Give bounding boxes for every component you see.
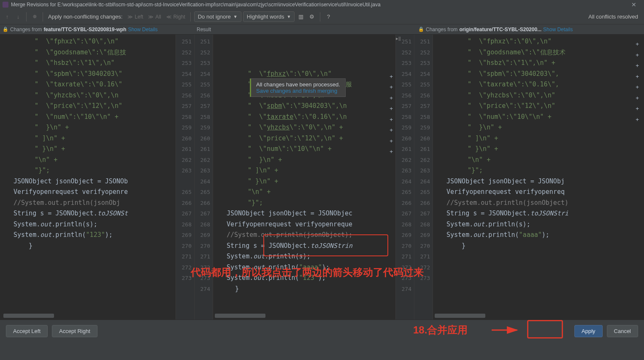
code-line: //System.out.println(jsonObj <box>0 198 176 209</box>
code-line: System.out.println(s); <box>433 219 644 230</box>
apply-all-button[interactable]: ≫ All <box>146 14 162 20</box>
code-line: System.out.println(s); <box>0 219 176 230</box>
code-line: " \"fphxz\":\"0\",\n" + <box>213 69 395 80</box>
annotation-arrow <box>492 326 525 334</box>
code-line: " \"hsbz\":\"1\",\n" ++ <box>433 58 644 69</box>
left-pane: " \"fphxz\":\"0\",\n"" \"goodsname\":\"信… <box>0 35 194 320</box>
save-finish-merge-link[interactable]: Save changes and finish merging <box>256 88 340 94</box>
code-line: " \"goodsname\":\"信息技 <box>0 47 176 58</box>
code-line: Verifyopenrequest verifyopenre <box>0 187 176 198</box>
merge-panes: " \"fphxz\":\"0\",\n"" \"goodsname\":\"信… <box>0 35 644 320</box>
left-column-header: 🔒 Changes from feature/TTC-SYBL-S2020081… <box>0 24 194 34</box>
code-line: " ]\n" + <box>213 165 395 176</box>
code-line: " ]\n" + <box>0 133 176 144</box>
code-line: " \"spbm\":\"3040203\",+ <box>433 69 644 80</box>
code-line: "}"; <box>0 165 176 176</box>
code-line: " \"price\":\"12\",\n"+ <box>433 101 644 112</box>
left-code-area[interactable]: " \"fphxz\":\"0\",\n"" \"goodsname\":\"信… <box>0 35 176 320</box>
code-line: " \"yhzcbs\":\"0\",\n" ++ <box>213 122 395 133</box>
code-line: JSONObject jsonObject = JSONOb <box>0 176 176 187</box>
right-code-area[interactable]: " \"fphxz\":\"0\",\n" +" \"goodsname\":\… <box>433 35 644 320</box>
ignore-mode-combo[interactable]: Do not ignore ▼ <box>194 11 241 22</box>
code-line: "}"; <box>433 165 644 176</box>
pause-marker-icon: ▸|| <box>396 36 401 41</box>
magic-resolve-icon[interactable]: ✵ <box>30 12 39 21</box>
code-line: " }\n" + <box>0 122 176 133</box>
code-line: " \"price\":\"12\",\n" <box>0 101 176 112</box>
close-icon[interactable]: ✕ <box>626 1 641 8</box>
code-line: " \"num\":\"10\"\n" ++ <box>213 144 395 155</box>
highlight-box <box>263 234 388 256</box>
lock-icon: 🔒 <box>3 27 8 32</box>
code-line: " \"taxrate\":\"0.16\",+ <box>433 79 644 90</box>
window-title: Merge Revisions for E:\workspace\link-tt… <box>11 2 626 8</box>
code-line: " \"num\":\"10\"\n" ++ <box>433 112 644 123</box>
code-line: " \"num\":\"10\"\n" + <box>0 112 176 123</box>
apply-highlight-box <box>527 320 563 339</box>
window-title-bar: Merge Revisions for E:\workspace\link-tt… <box>0 0 644 9</box>
code-line: JSONObject jsonObject = JSONObj <box>433 176 644 187</box>
code-line: } <box>213 284 395 295</box>
code-line: "\n" + <box>433 155 644 166</box>
annotation-text-2: 18.合并应用 <box>413 323 468 337</box>
code-line: " \"goodsname\":\"信息技术+ <box>433 47 644 58</box>
code-line: Verifyopenrequest verifyopenreque <box>213 219 395 230</box>
show-details-left-link[interactable]: Show Details <box>128 27 157 32</box>
cancel-button[interactable]: Cancel <box>607 325 638 337</box>
code-line: " }\n" + <box>433 144 644 155</box>
code-line: } <box>0 241 176 252</box>
code-line: " \"taxrate\":\"0.16\",\n+ <box>213 112 395 123</box>
code-line: " }\n" + <box>433 122 644 133</box>
right-pane: 251 252 253 254 255 256 257 258 259 260 … <box>414 35 644 320</box>
code-line: " \"taxrate\":\"0.16\" <box>0 79 176 90</box>
conflict-status: All conflicts resolved <box>588 13 641 20</box>
code-line: " \"price\":\"12\",\n" ++ <box>213 133 395 144</box>
code-line: " \"spbm\":\"3040203\",\n+ <box>213 101 395 112</box>
code-line: " \"fphxz\":\"0\",\n" + <box>433 36 644 47</box>
column-headers: 🔒 Changes from feature/TTC-SYBL-S2020081… <box>0 24 644 35</box>
chevron-down-icon: ▼ <box>287 14 291 19</box>
code-line: " }\n" + <box>213 176 395 187</box>
separator <box>43 12 43 21</box>
code-line: " \"yhzcbs\":\"0\",\n <box>0 90 176 101</box>
apply-button[interactable]: Apply <box>574 325 603 337</box>
next-diff-icon[interactable]: ↓ <box>14 12 23 21</box>
merge-processed-tooltip: All changes have been processed. Save ch… <box>250 78 346 97</box>
app-icon <box>3 2 8 8</box>
scroll-thumb[interactable] <box>215 314 265 318</box>
show-details-right-link[interactable]: Show Details <box>543 27 573 32</box>
code-line: System.out.println("123"); <box>0 230 176 241</box>
scroll-thumb[interactable] <box>435 314 485 318</box>
code-line: " ]\n" + <box>433 133 644 144</box>
apply-left-button[interactable]: ≫ Left <box>126 14 145 20</box>
code-line: "\n" + <box>0 155 176 166</box>
settings-icon[interactable]: ⚙ <box>307 12 317 21</box>
apply-right-button[interactable]: ≪ Right <box>165 14 187 20</box>
tooltip-text: All changes have been processed. <box>256 81 340 88</box>
code-line: " \"spbm\":\"3040203\" <box>0 69 176 80</box>
accept-left-button[interactable]: Accept Left <box>6 325 48 337</box>
code-line: String s = JSONObject.toJSONStri <box>433 208 644 219</box>
chevron-down-icon: ▼ <box>233 14 238 19</box>
mid-column-header: Result <box>194 24 416 34</box>
highlight-mode-combo[interactable]: Highlight words ▼ <box>243 11 295 22</box>
scroll-thumb[interactable] <box>3 314 54 318</box>
code-line: " }\n" + <box>0 144 176 155</box>
help-icon[interactable]: ? <box>324 12 333 21</box>
accept-right-button[interactable]: Accept Right <box>52 325 97 337</box>
code-line: "\n" + <box>213 187 395 198</box>
code-line: " \"hsbz\":\"1\",\n" <box>0 58 176 69</box>
code-line: "}"; <box>213 198 395 209</box>
prev-diff-icon[interactable]: ↑ <box>3 12 12 21</box>
code-line: " }\n" + <box>213 155 395 166</box>
code-line: " \"fphxz\":\"0\",\n" <box>0 36 176 47</box>
sync-scroll-icon[interactable]: ▥ <box>296 12 306 21</box>
separator <box>26 12 27 21</box>
code-line: String s = JSONObject.toJSONSt <box>0 208 176 219</box>
separator <box>190 12 191 21</box>
separator <box>320 12 320 21</box>
right-column-header: 🔒 Changes from origin/feature/TTC-SYBL-S… <box>416 24 644 34</box>
code-line: } <box>433 241 644 252</box>
merge-toolbar: ↑ ↓ ✵ Apply non-conflicting changes: ≫ L… <box>0 9 644 24</box>
code-line: Verifyopenrequest verifyopenreq <box>433 187 644 198</box>
